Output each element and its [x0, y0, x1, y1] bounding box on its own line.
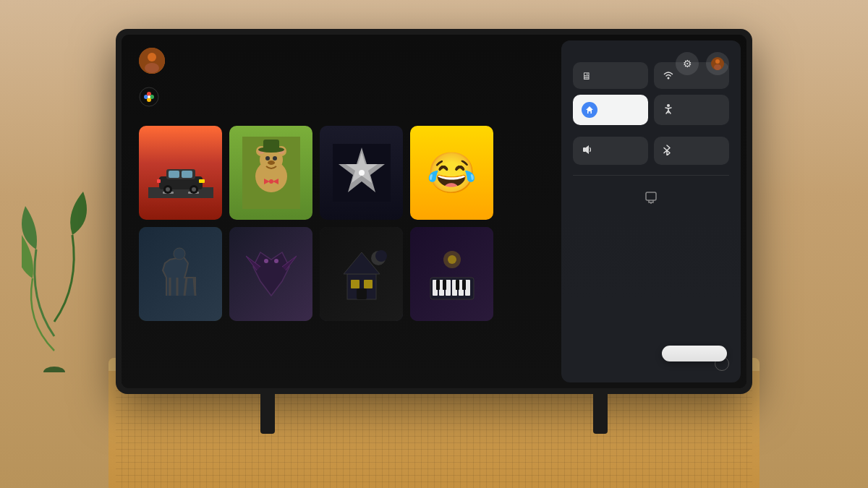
- audio-output-icon: [582, 144, 593, 158]
- side-panel: ⚙ 🖥: [561, 40, 741, 382]
- svg-rect-15: [169, 171, 179, 178]
- tip-icon: [573, 190, 729, 210]
- tv-screen: 😂: [122, 35, 746, 388]
- svg-point-9: [148, 95, 150, 98]
- svg-rect-61: [436, 280, 440, 290]
- svg-point-0: [43, 367, 65, 372]
- user-avatar-panel[interactable]: [706, 52, 729, 75]
- bluetooth-btn[interactable]: [654, 137, 729, 165]
- google-home-btn[interactable]: [573, 95, 648, 125]
- svg-rect-34: [263, 140, 279, 150]
- svg-point-39: [359, 170, 365, 176]
- google-home-icon: [582, 102, 597, 118]
- genre-card-comedy[interactable]: 😂: [410, 126, 493, 220]
- svg-rect-74: [646, 192, 656, 200]
- svg-rect-22: [157, 179, 161, 183]
- genre-card-action[interactable]: [139, 126, 222, 220]
- svg-point-35: [269, 179, 273, 184]
- screensaver-btn[interactable]: 🖥: [573, 62, 648, 89]
- svg-point-68: [715, 59, 720, 64]
- svg-rect-63: [456, 280, 459, 290]
- genre-card-horror[interactable]: [320, 227, 403, 321]
- panel-top-icons: ⚙: [676, 52, 729, 75]
- genre-card-biopic[interactable]: [320, 126, 403, 220]
- svg-point-30: [265, 156, 270, 160]
- genre-card-fantasy[interactable]: [229, 227, 312, 321]
- genre-card-animated[interactable]: [229, 126, 312, 220]
- gtv-interface: 😂: [122, 35, 746, 388]
- svg-point-20: [192, 187, 196, 192]
- tv-frame: 😂: [116, 29, 752, 394]
- svg-point-66: [448, 255, 456, 264]
- svg-rect-21: [199, 179, 205, 183]
- tv-leg-right: [593, 394, 608, 434]
- svg-point-18: [166, 187, 170, 192]
- svg-point-2: [148, 53, 156, 61]
- settings-icon-btn[interactable]: ⚙: [676, 52, 699, 75]
- qs-row-3: [573, 137, 729, 165]
- svg-rect-51: [357, 288, 367, 299]
- svg-point-32: [268, 160, 275, 165]
- wifi-icon: [663, 69, 674, 82]
- genre-card-musical[interactable]: [410, 227, 493, 321]
- svg-rect-16: [182, 171, 192, 178]
- screensaver-icon: 🖥: [582, 70, 592, 82]
- tv-leg-left: [260, 394, 275, 434]
- accessibility-btn[interactable]: [654, 95, 729, 125]
- audio-output-btn[interactable]: [573, 137, 648, 165]
- streaming-device: [662, 346, 727, 361]
- svg-point-46: [274, 259, 278, 263]
- svg-rect-50: [364, 280, 373, 288]
- bluetooth-icon: [663, 144, 671, 158]
- svg-point-72: [667, 104, 670, 107]
- svg-rect-73: [583, 147, 586, 152]
- svg-point-45: [264, 259, 268, 263]
- search-bar[interactable]: [139, 87, 443, 107]
- tip-section: [573, 175, 729, 210]
- svg-rect-57: [446, 280, 451, 296]
- accessibility-icon: [663, 103, 674, 117]
- genre-card-drama[interactable]: [139, 227, 222, 321]
- google-mic-icon[interactable]: [139, 87, 159, 107]
- svg-point-70: [668, 77, 670, 80]
- svg-point-53: [375, 250, 387, 262]
- svg-line-44: [194, 278, 195, 296]
- svg-rect-60: [465, 280, 470, 296]
- svg-point-69: [714, 64, 721, 70]
- svg-rect-49: [351, 280, 359, 288]
- user-avatar[interactable]: [139, 48, 165, 74]
- svg-rect-64: [462, 280, 466, 290]
- svg-point-40: [174, 248, 185, 260]
- qs-row-2: [573, 95, 729, 125]
- svg-point-31: [273, 156, 277, 160]
- svg-rect-62: [443, 280, 446, 290]
- svg-point-3: [145, 63, 159, 73]
- plant-left: [22, 192, 87, 372]
